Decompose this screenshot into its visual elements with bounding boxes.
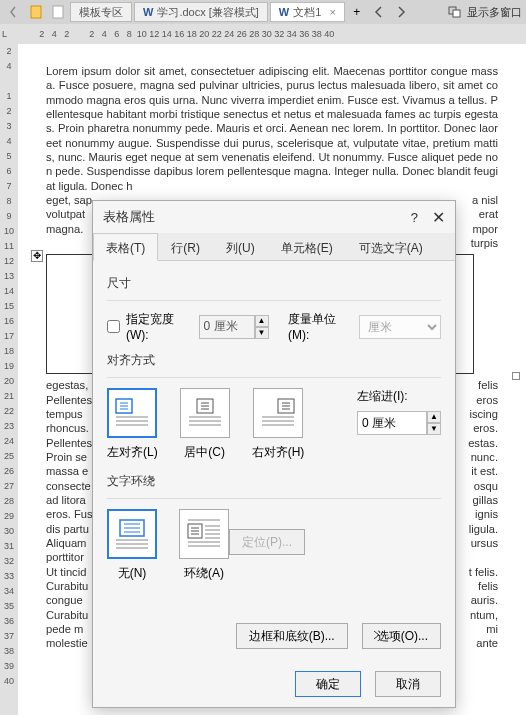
new-doc-icon[interactable] (48, 2, 68, 22)
tab-column[interactable]: 列(U) (213, 233, 268, 261)
close-icon[interactable]: × (329, 6, 335, 18)
text-fragment: volutpat (46, 208, 85, 220)
svg-rect-1 (53, 6, 63, 18)
svg-rect-0 (31, 6, 41, 18)
dialog-title: 表格属性 (103, 208, 155, 226)
section-wrap-label: 文字环绕 (107, 473, 441, 490)
align-center-option[interactable] (180, 388, 230, 438)
border-shading-button[interactable]: 边框和底纹(B)... (236, 623, 348, 649)
paragraph-1: Lorem ipsum dolor sit amet, consectetuer… (46, 64, 498, 193)
ruler-corner: L (2, 29, 7, 39)
prev-icon[interactable] (369, 2, 389, 22)
text-fragment: erat (479, 208, 498, 220)
window-icon[interactable] (445, 2, 465, 22)
add-tab-icon[interactable]: + (347, 2, 367, 22)
spin-down-icon[interactable]: ▼ (255, 327, 269, 339)
wrap-around-option[interactable] (179, 509, 229, 559)
tab-template[interactable]: 模板专区 (70, 2, 132, 22)
position-button[interactable]: 定位(P)... (229, 529, 305, 555)
horizontal-ruler: L 24224681012141618202224262830323436384… (0, 24, 526, 44)
unit-label: 度量单位(M): (288, 311, 353, 342)
dialog-tabs: 表格(T) 行(R) 列(U) 单元格(E) 可选文字(A) (93, 233, 455, 261)
spin-down-icon[interactable]: ▼ (427, 423, 441, 435)
word-icon: W (279, 6, 289, 18)
spin-up-icon[interactable]: ▲ (427, 411, 441, 423)
section-size-label: 尺寸 (107, 275, 441, 292)
text-fragment: eget, sap (46, 194, 92, 206)
tab-row[interactable]: 行(R) (158, 233, 213, 261)
align-center-label: 居中(C) (184, 444, 225, 461)
word-icon: W (143, 6, 153, 18)
table-properties-dialog: 表格属性 ? ✕ 表格(T) 行(R) 列(U) 单元格(E) 可选文字(A) … (92, 200, 456, 708)
spin-up-icon[interactable]: ▲ (255, 315, 269, 327)
close-icon[interactable]: ✕ (432, 208, 445, 227)
align-left-label: 左对齐(L) (107, 444, 158, 461)
specify-width-checkbox[interactable] (107, 320, 120, 333)
back-icon[interactable] (4, 2, 24, 22)
wrap-none-option[interactable] (107, 509, 157, 559)
text-fragment: mpor (473, 223, 499, 235)
wrap-around-label: 环绕(A) (184, 565, 224, 582)
tab-label: 模板专区 (79, 5, 123, 20)
text-fragment: turpis (471, 237, 498, 249)
text-fragment: magna. (46, 223, 83, 235)
svg-rect-3 (453, 10, 460, 17)
tab-doc2[interactable]: W 文档1 × (270, 2, 345, 22)
indent-label: 左缩进(I): (357, 388, 441, 405)
tab-cell[interactable]: 单元格(E) (268, 233, 346, 261)
align-right-option[interactable] (253, 388, 303, 438)
align-right-label: 右对齐(H) (252, 444, 305, 461)
multi-window-label[interactable]: 显示多窗口 (467, 5, 522, 20)
width-input[interactable] (199, 315, 255, 339)
next-icon[interactable] (391, 2, 411, 22)
text-fragment: a nisl (472, 194, 498, 206)
tab-doc1[interactable]: W 学习.docx [兼容模式] (134, 2, 268, 22)
align-left-option[interactable] (107, 388, 157, 438)
table-resize-handle[interactable] (512, 372, 520, 380)
dialog-footer: 确定 取消 (93, 661, 455, 707)
dialog-titlebar: 表格属性 ? ✕ (93, 201, 455, 233)
table-move-handle[interactable]: ✥ (31, 250, 43, 262)
vertical-ruler: 2412345678910111213141516171819202122232… (0, 44, 18, 715)
doc-icon (26, 2, 46, 22)
dialog-body: 尺寸 指定宽度(W): ▲ ▼ 度量单位(M): 厘米 对齐方式 (93, 261, 455, 623)
help-icon[interactable]: ? (411, 210, 418, 225)
wrap-none-label: 无(N) (118, 565, 147, 582)
indent-input[interactable] (357, 411, 427, 435)
app-toolbar: 模板专区 W 学习.docx [兼容模式] W 文档1 × + 显示多窗口 (0, 0, 526, 24)
options-button[interactable]: 选项(O)... (362, 623, 441, 649)
tab-alt-text[interactable]: 可选文字(A) (346, 233, 436, 261)
tab-table[interactable]: 表格(T) (93, 233, 158, 261)
ok-button[interactable]: 确定 (295, 671, 361, 697)
section-align-label: 对齐方式 (107, 352, 441, 369)
specify-width-label: 指定宽度(W): (126, 311, 193, 342)
cancel-button[interactable]: 取消 (375, 671, 441, 697)
tab-label: 学习.docx [兼容模式] (157, 5, 258, 20)
tab-label: 文档1 (293, 5, 321, 20)
unit-select[interactable]: 厘米 (359, 315, 441, 339)
